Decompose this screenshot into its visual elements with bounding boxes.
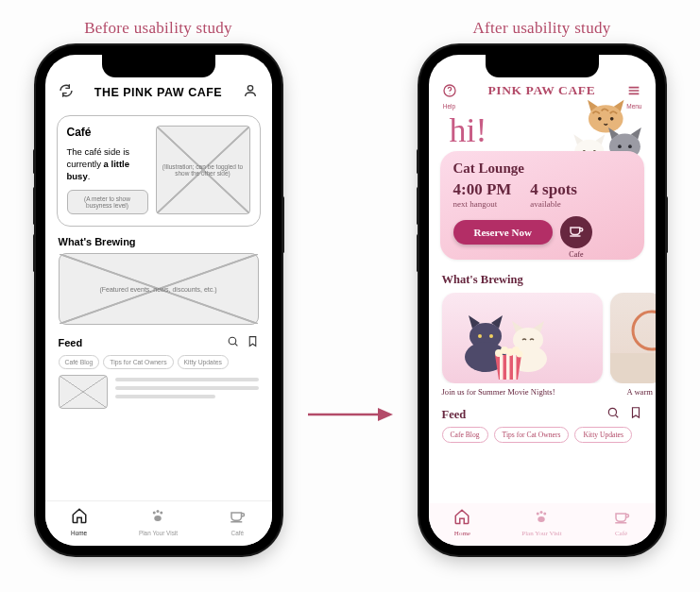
svg-point-17 xyxy=(609,117,613,121)
svg-point-4 xyxy=(157,510,160,513)
svg-point-45 xyxy=(540,511,543,514)
paw-icon xyxy=(149,507,166,528)
feed-line xyxy=(115,378,259,381)
cup-icon xyxy=(613,508,630,529)
feed-heading: Feed xyxy=(442,408,467,422)
feed-thumb-placeholder xyxy=(59,375,108,409)
svg-point-3 xyxy=(153,512,156,515)
svg-line-2 xyxy=(234,344,237,347)
brewing-card-2[interactable] xyxy=(610,293,656,383)
svg-rect-33 xyxy=(506,355,510,380)
chip-kitty-updates[interactable]: Kitty Updates xyxy=(574,427,631,443)
nav-plan-visit[interactable]: Plan Your Visit xyxy=(139,507,178,536)
svg-point-46 xyxy=(544,513,547,516)
spots-count: 4 spots xyxy=(530,180,577,199)
search-icon[interactable] xyxy=(606,406,620,423)
svg-point-1 xyxy=(229,338,236,346)
profile-icon[interactable] xyxy=(243,83,258,102)
nav-label: Home xyxy=(454,530,470,537)
svg-marker-9 xyxy=(378,408,393,421)
chip-tips[interactable]: Tips for Cat Owners xyxy=(494,427,570,443)
help-button[interactable]: Help xyxy=(442,83,457,110)
lounge-heading: Cat Lounge xyxy=(453,161,631,177)
help-icon xyxy=(442,83,457,102)
nav-label: Home xyxy=(71,530,87,536)
after-caption: After usability study xyxy=(472,19,610,38)
feed-line xyxy=(115,395,215,398)
nav-home[interactable]: Home xyxy=(71,507,88,536)
next-hangout-time: 4:00 PM xyxy=(453,180,512,199)
svg-point-42 xyxy=(608,408,616,415)
brewing-card-2-caption: A warm xyxy=(627,387,653,397)
svg-point-5 xyxy=(161,512,163,515)
feed-line xyxy=(115,386,259,390)
nav-cafe[interactable]: Café xyxy=(229,507,246,536)
svg-point-27 xyxy=(478,334,482,338)
bottom-nav: Home Plan Your Visit Café xyxy=(429,503,656,546)
bottom-nav: Home Plan Your Visit Café xyxy=(45,500,272,546)
reserve-button[interactable]: Reserve Now xyxy=(453,220,553,245)
svg-point-6 xyxy=(155,516,162,521)
bookmark-icon[interactable] xyxy=(247,334,259,351)
svg-point-47 xyxy=(538,516,546,522)
cup-icon xyxy=(568,222,585,243)
status-text: The café side is currently a little busy… xyxy=(67,146,148,182)
chip-cafe-blog[interactable]: Cafe Blog xyxy=(442,427,488,443)
featured-placeholder[interactable]: (Featured events, news, discounts, etc.) xyxy=(59,253,259,325)
nav-label: Café xyxy=(615,530,627,537)
status-card: Café The café side is currently a little… xyxy=(57,115,261,227)
before-caption: Before usability study xyxy=(84,19,232,38)
help-label: Help xyxy=(443,103,455,110)
chip-kitty-updates[interactable]: Kitty Updates xyxy=(178,355,229,369)
svg-point-39 xyxy=(516,351,522,358)
feed-heading: Feed xyxy=(59,337,83,348)
after-phone-frame: Help PINK PAW CAFE Menu hi! xyxy=(419,45,665,555)
nav-home[interactable]: Home xyxy=(453,508,470,537)
svg-point-20 xyxy=(628,144,632,148)
svg-point-40 xyxy=(633,312,656,349)
svg-point-16 xyxy=(598,117,602,121)
refresh-icon[interactable] xyxy=(59,83,74,102)
home-icon xyxy=(71,507,88,528)
svg-rect-34 xyxy=(513,355,517,380)
svg-line-43 xyxy=(615,414,618,417)
spots-label: available xyxy=(530,199,577,209)
svg-point-44 xyxy=(537,513,539,516)
nav-label: Plan Your Visit xyxy=(139,530,178,536)
svg-point-11 xyxy=(449,93,450,94)
svg-rect-41 xyxy=(610,353,656,383)
nav-plan-visit[interactable]: Plan Your Visit xyxy=(521,508,561,537)
search-icon[interactable] xyxy=(227,334,239,351)
lounge-panel: Cat Lounge 4:00 PM next hangout 4 spots … xyxy=(440,151,644,260)
feed-item[interactable] xyxy=(59,375,259,409)
next-hangout-label: next hangout xyxy=(453,199,512,209)
illustration-placeholder[interactable]: (Illustration; can be toggled to show th… xyxy=(156,126,250,214)
status-heading: Café xyxy=(67,126,148,139)
chip-tips[interactable]: Tips for Cat Owners xyxy=(103,355,173,369)
arrow-icon xyxy=(308,402,393,427)
brewing-heading: What's Brewing xyxy=(442,273,642,287)
cafe-badge-label: Cafe xyxy=(569,250,583,259)
svg-rect-32 xyxy=(500,355,504,380)
brewing-heading: What's Brewing xyxy=(59,236,259,247)
feed-chips: Café Blog Tips for Cat Owners Kitty Upda… xyxy=(59,355,259,369)
busyness-meter-placeholder: (A meter to show busyness level) xyxy=(67,190,148,214)
cup-icon xyxy=(229,507,246,528)
bookmark-icon[interactable] xyxy=(629,406,642,423)
feed-chips: Cafe Blog Tips for Cat Owners Kitty Upda… xyxy=(442,427,642,443)
app-title: THE PINK PAW CAFE xyxy=(94,86,222,99)
home-icon xyxy=(453,508,470,529)
svg-point-28 xyxy=(489,334,493,338)
before-phone-frame: THE PINK PAW CAFE Café The café side is … xyxy=(36,45,282,555)
brewing-card-1[interactable] xyxy=(442,293,603,383)
nav-cafe[interactable]: Café xyxy=(613,508,630,537)
chip-cafe-blog[interactable]: Café Blog xyxy=(59,355,100,369)
nav-label: Café xyxy=(231,530,245,536)
nav-label: Plan Your Visit xyxy=(521,530,561,537)
svg-point-0 xyxy=(248,86,253,91)
cafe-toggle-badge[interactable]: Cafe xyxy=(560,216,592,248)
paw-icon xyxy=(533,508,550,529)
svg-point-19 xyxy=(618,144,622,148)
brewing-card-1-caption: Join us for Summer Movie Nights! xyxy=(442,387,603,397)
